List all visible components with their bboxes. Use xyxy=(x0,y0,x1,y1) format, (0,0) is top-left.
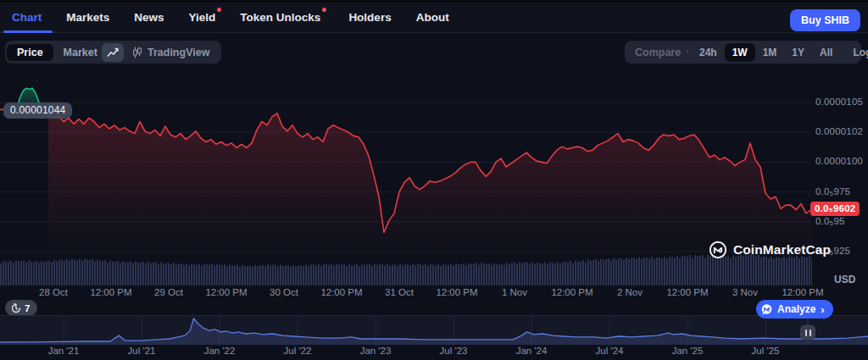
navigator-axis-label: Jan '25 xyxy=(672,346,704,356)
timeframe-all-button[interactable]: All xyxy=(812,43,840,62)
tab-token-unlocks[interactable]: Token Unlocks xyxy=(240,3,320,33)
x-axis-label: 12:00 PM xyxy=(782,287,823,297)
x-axis-label: 12:00 PM xyxy=(320,287,362,297)
history-clock-icon xyxy=(11,303,21,313)
x-axis-label: 12:00 PM xyxy=(436,287,477,297)
coinmarketcap-logo-icon xyxy=(709,241,727,259)
timeframe-selector: 24h 1W 1M 1Y All Log xyxy=(688,41,861,64)
navigator-range-handle[interactable] xyxy=(800,325,815,340)
x-axis-label: 30 Oct xyxy=(270,287,298,297)
x-axis-label: 2 Nov xyxy=(617,287,643,297)
navigator-axis-label: Jul '25 xyxy=(752,346,780,356)
tradingview-label: TradingView xyxy=(147,47,209,58)
recently-viewed-count: 7 xyxy=(25,303,30,313)
price-toggle-button[interactable]: Price xyxy=(7,44,53,61)
x-axis-label: 1 Nov xyxy=(502,287,527,297)
x-axis-label: 29 Oct xyxy=(154,287,183,297)
analyze-button[interactable]: Analyze › xyxy=(756,300,833,318)
recently-viewed-badge[interactable]: 7 xyxy=(5,300,37,316)
navigator-axis-label: Jan '24 xyxy=(516,346,548,356)
cmc-analyze-icon xyxy=(760,303,773,316)
chart-controls: Price Market cap TradingView C xyxy=(0,41,868,64)
log-scale-button[interactable]: Log xyxy=(845,43,868,62)
tab-about-label: About xyxy=(416,11,449,24)
navigator-axis-label: Jan '23 xyxy=(360,346,392,356)
tab-chart[interactable]: Chart xyxy=(12,3,42,33)
y-axis-tick: 0.0₅95 xyxy=(815,216,845,226)
navigator-axis-label: Jul '23 xyxy=(440,346,468,356)
x-axis-label: 12:00 PM xyxy=(205,287,247,297)
tab-markets[interactable]: Markets xyxy=(66,3,109,33)
tab-holders-label: Holders xyxy=(348,11,391,24)
price-tooltip: 0.00001044 xyxy=(3,102,72,119)
tab-holders[interactable]: Holders xyxy=(348,3,391,33)
navigator-axis-label: Jan '22 xyxy=(204,346,236,356)
tab-yield[interactable]: Yield xyxy=(189,3,216,33)
coinmarketcap-watermark: CoinMarketCap xyxy=(709,241,831,259)
x-axis-label: 31 Oct xyxy=(385,287,414,297)
tab-news-label: News xyxy=(134,11,164,24)
tradingview-toggle-button[interactable]: TradingView xyxy=(124,47,220,58)
price-chart-area: 0.00001044 0.0000105 0.0000102 0.0000100… xyxy=(0,68,868,298)
x-axis-label: 28 Oct xyxy=(39,287,68,297)
tab-markets-label: Markets xyxy=(66,11,109,24)
tab-chart-label: Chart xyxy=(12,11,42,24)
candlestick-icon xyxy=(132,47,142,58)
active-tab-underline xyxy=(3,30,53,33)
currency-unit-label: USD xyxy=(834,274,855,285)
tab-about[interactable]: About xyxy=(416,3,449,33)
navigator-axis-label: Jul '22 xyxy=(284,346,312,356)
x-axis: 28 Oct 12:00 PM 29 Oct 12:00 PM 30 Oct 1… xyxy=(0,287,812,299)
y-axis-tick: 0.0000102 xyxy=(815,126,863,136)
chart-type-toggle: TradingView xyxy=(100,41,221,64)
line-chart-icon xyxy=(107,47,119,58)
y-axis-tick: 0.0000105 xyxy=(815,97,863,107)
navigator-axis-label: Jul '24 xyxy=(596,346,624,356)
navigator-axis: Jan '21 Jul '21 Jan '22 Jul '22 Jan '23 … xyxy=(0,346,868,357)
notification-dot-icon xyxy=(322,8,326,12)
buy-shib-button[interactable]: Buy SHIB xyxy=(790,9,860,31)
navigator-axis-label: Jan '21 xyxy=(48,346,80,356)
tab-token-unlocks-label: Token Unlocks xyxy=(240,11,320,24)
tab-yield-label: Yield xyxy=(189,11,216,24)
tab-news[interactable]: News xyxy=(134,3,164,33)
x-axis-label: 3 Nov xyxy=(732,287,758,297)
range-navigator[interactable] xyxy=(0,315,868,345)
timeframe-1m-button[interactable]: 1M xyxy=(755,43,785,62)
x-axis-label: 12:00 PM xyxy=(90,287,131,297)
line-chart-type-button[interactable] xyxy=(102,43,124,62)
current-price-badge: 0.0₅9602 xyxy=(810,202,860,216)
chevron-right-icon: › xyxy=(821,303,824,316)
coinmarketcap-chart-page: Chart Markets News Yield Token Unlocks H… xyxy=(0,0,868,360)
x-axis-label: 12:00 PM xyxy=(666,287,708,297)
navigator-sparkline[interactable] xyxy=(0,316,868,346)
top-navigation: Chart Markets News Yield Token Unlocks H… xyxy=(0,0,868,33)
timeframe-1y-button[interactable]: 1Y xyxy=(784,43,812,62)
analyze-label: Analyze xyxy=(777,303,815,315)
y-axis-tick: 0.0₅975 xyxy=(815,186,850,197)
y-axis-tick: 0.0000100 xyxy=(815,156,863,166)
handle-grip xyxy=(810,330,811,336)
price-chart-plot[interactable] xyxy=(0,68,812,286)
compare-label: Compare xyxy=(635,47,681,58)
timeframe-24h-button[interactable]: 24h xyxy=(692,43,725,62)
watermark-text: CoinMarketCap xyxy=(733,242,831,258)
x-axis-label: 12:00 PM xyxy=(551,287,593,297)
timeframe-1w-button[interactable]: 1W xyxy=(725,43,755,62)
navigator-axis-label: Jul '21 xyxy=(128,346,156,356)
handle-grip xyxy=(805,330,807,336)
notification-dot-icon xyxy=(217,8,221,12)
